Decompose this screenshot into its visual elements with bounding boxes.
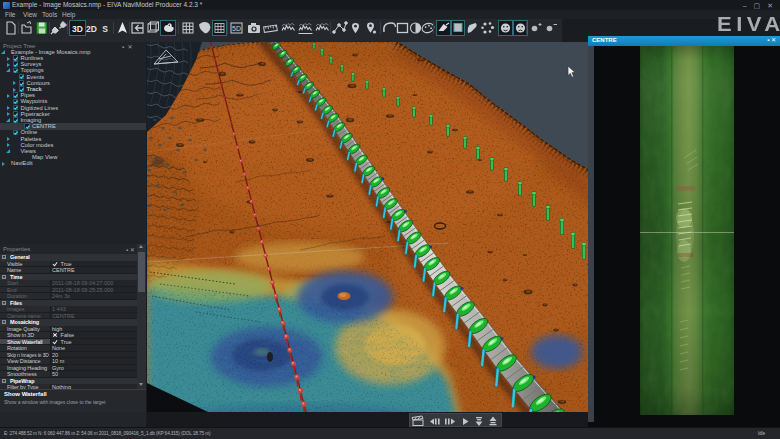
svg-text:2D: 2D	[86, 24, 97, 34]
svg-text:S: S	[102, 24, 108, 34]
svg-text:3D: 3D	[72, 24, 83, 34]
svg-text:5D: 5D	[232, 25, 241, 32]
